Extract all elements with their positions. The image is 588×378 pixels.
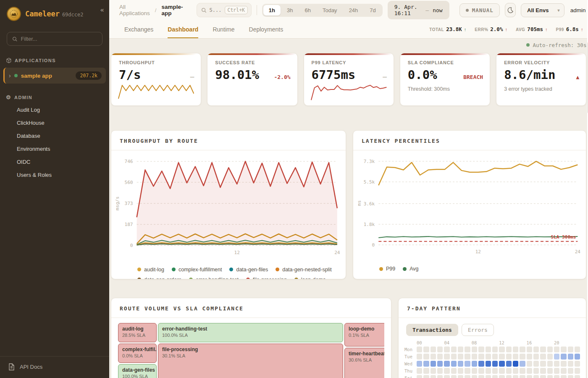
heatmap-cell [486, 354, 491, 360]
heatmap-cell [472, 375, 477, 378]
sidebar-collapse-icon[interactable]: « [100, 6, 104, 14]
kpi-label: SUCCESS RATE [215, 60, 290, 65]
heatmap-cell [430, 354, 436, 360]
user-menu[interactable]: admin [570, 7, 586, 13]
sidebar-item-users-roles[interactable]: Users & Roles [0, 168, 109, 181]
treemap-cell-data-gen-files[interactable]: data-gen-files100.0% SLA [118, 364, 157, 378]
legend-dot-icon [229, 268, 233, 271]
theme-toggle-button[interactable] [505, 3, 516, 17]
heatmap-cell [423, 361, 429, 367]
kpi-delta: – [383, 73, 387, 81]
expand-chevron-icon[interactable]: › [9, 73, 11, 79]
treemap-cell-sla: 0.1% SLA [349, 333, 382, 338]
heatmap-cell [540, 375, 546, 378]
treemap-cell-loop-demo[interactable]: loop-demo0.1% SLA [344, 323, 384, 346]
manual-refresh-button[interactable]: MANUAL [459, 3, 500, 17]
toggle-errors[interactable]: Errors [462, 324, 494, 336]
legend-item-p99[interactable]: P99 [379, 266, 395, 272]
time-range-today[interactable]: Today [317, 5, 343, 16]
filter-input[interactable] [21, 36, 97, 42]
sidebar-item-api-docs[interactable]: API Docs [0, 356, 109, 378]
treemap-cell-sla: 0.0% SLA [122, 353, 152, 358]
treemap-cell-audit-log[interactable]: audit-log28.5% SLA [118, 323, 157, 342]
heatmap-cell [444, 375, 449, 378]
svg-text:0: 0 [130, 243, 133, 248]
legend-item-complex-fulfillment[interactable]: complex-fulfillment [172, 267, 222, 273]
sidebar-filter[interactable] [7, 32, 102, 46]
legend-item-data-gen-files[interactable]: data-gen-files [229, 267, 268, 273]
global-search[interactable]: S... Ctrl+K [197, 3, 252, 17]
heatmap-cell [575, 368, 580, 374]
date-separator: — [425, 7, 429, 13]
kpi-label: SLA COMPLIANCE [408, 60, 483, 65]
legend-item-file-processing[interactable]: file-processing [246, 277, 287, 279]
heatmap-cell [472, 361, 477, 367]
treemap-cell-sla: 100.0% SLA [122, 374, 152, 378]
heatmap-hour-label [568, 340, 573, 345]
top-header: All Applications / sample-app S... Ctrl+… [109, 0, 588, 20]
brand-name: Cameleer [25, 10, 60, 18]
legend-item-data-gen-nested-split[interactable]: data-gen-nested-split [276, 267, 331, 273]
time-range-3h[interactable]: 3h [281, 5, 298, 16]
svg-text:746: 746 [124, 159, 133, 164]
time-range-1h[interactable]: 1h [263, 5, 281, 16]
svg-text:msg/s: msg/s [115, 197, 120, 210]
treemap-cell-complex-fulfil[interactable]: complex-fulfil...0.0% SLA [118, 344, 157, 363]
tab-dashboard[interactable]: Dashboard [168, 20, 198, 38]
kpi-value: 6775ms [312, 68, 356, 82]
heatmap-cell [451, 375, 457, 378]
legend-label: data-gen-files [236, 267, 268, 273]
sidebar-item-oidc[interactable]: OIDC [0, 155, 109, 168]
heatmap-cell [444, 368, 449, 374]
treemap-cell-name: audit-log [122, 326, 152, 332]
heatmap-cell [554, 361, 559, 367]
legend-item-data-gen-orders[interactable]: data-gen-orders [137, 277, 181, 279]
treemap-cell-timer-heartbeat[interactable]: timer-heartbeat30.6% SLA [344, 348, 384, 378]
env-select[interactable]: All Envs ▾ [521, 3, 564, 17]
kpi-status-badge: BREACH [463, 74, 483, 80]
treemap-cell-sla: 100.0% SLA [162, 333, 339, 338]
tab-deployments[interactable]: Deployments [249, 20, 284, 38]
stat-err: ERR%2.0%↑ [475, 26, 507, 32]
treemap-cell-file-processing[interactable]: file-processing30.1% SLA [158, 344, 343, 378]
bottom-row: ROUTE VOLUME VS SLA COMPLIANCE audit-log… [111, 298, 586, 378]
cameleer-logo-icon [7, 7, 21, 21]
stat-total: TOTAL23.8K↑ [429, 26, 466, 32]
kpi-accent-bar [304, 53, 394, 55]
sidebar-item-sample-app[interactable]: › sample app 207.2k [3, 68, 106, 84]
sidebar-item-audit-log[interactable]: Audit Log [0, 103, 109, 116]
legend-item-error-handling-test[interactable]: error-handling-test [189, 277, 239, 279]
kpi-label: P99 LATENCY [312, 60, 387, 65]
throughput-by-route-chart: 01873735607461224msg/s [111, 150, 346, 262]
treemap-cell-sla: 30.6% SLA [349, 357, 382, 362]
heatmap-cell [575, 354, 580, 360]
legend-item-loop-demo[interactable]: loop-demo [294, 277, 326, 279]
sidebar-item-database[interactable]: Database [0, 129, 109, 142]
heatmap-cell [513, 346, 518, 352]
sidebar-item-clickhouse[interactable]: ClickHouse [0, 116, 109, 129]
sidebar-item-environments[interactable]: Environments [0, 142, 109, 155]
time-range-6h[interactable]: 6h [299, 5, 316, 16]
applications-label-text: APPLICATIONS [15, 58, 56, 63]
heatmap-hour-label [492, 340, 498, 345]
legend-item-avg[interactable]: Avg [403, 266, 418, 272]
heatmap-cell [478, 361, 484, 367]
tab-runtime[interactable]: Runtime [213, 20, 234, 38]
heatmap-cell [417, 375, 422, 378]
toggle-transactions[interactable]: Transactions [406, 324, 458, 336]
time-range-7d[interactable]: 7d [364, 5, 381, 16]
legend-item-audit-log[interactable]: audit-log [137, 267, 164, 273]
heatmap-cell [486, 368, 491, 374]
heatmap-day-label: Fri [404, 375, 415, 378]
kpi-card-p99-latency: P99 LATENCY 6775ms– [304, 53, 394, 106]
date-range-pill[interactable]: 9. Apr. 16:11 — now [388, 1, 449, 19]
time-range-24h[interactable]: 24h [344, 5, 364, 16]
tab-exchanges[interactable]: Exchanges [124, 20, 153, 38]
sidebar: Cameleer69dcce2 « APPLICATIONS › sample … [0, 0, 109, 378]
treemap-cell-error-handling-test[interactable]: error-handling-test100.0% SLA [158, 323, 343, 342]
heatmap-cell [423, 354, 429, 360]
kpi-accent-bar [496, 53, 586, 55]
kpi-accent-bar [400, 53, 490, 55]
breadcrumb-root[interactable]: All Applications [119, 4, 150, 16]
heatmap-hour-label: 20 [554, 340, 559, 345]
